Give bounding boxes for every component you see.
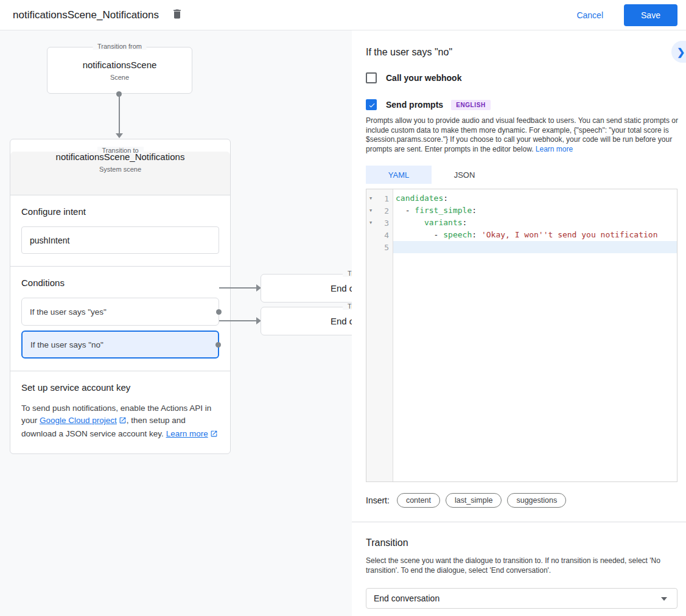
end-conversation-node-yes[interactable]: Transition to End conversation	[261, 274, 352, 303]
yaml-punct: :	[472, 230, 481, 239]
end-node-label: Transition to	[343, 303, 352, 310]
intent-item[interactable]: pushIntent	[21, 226, 219, 254]
conditions-heading: Conditions	[21, 278, 219, 288]
yaml-key: first_simple	[415, 206, 472, 215]
end-node-name: End conversation	[331, 316, 352, 326]
chevron-right-icon: ❯	[677, 47, 685, 57]
service-account-section: Set up service account key To send push …	[10, 371, 230, 453]
condition-item-no[interactable]: If the user says "no"	[21, 331, 219, 359]
yaml-punct: :	[463, 218, 467, 227]
yaml-punct	[396, 218, 424, 227]
end-node-label: Transition to	[343, 270, 352, 277]
send-prompts-checkbox[interactable]	[366, 99, 377, 110]
send-prompts-label: Send prompts	[386, 100, 443, 110]
service-account-heading: Set up service account key	[21, 382, 219, 393]
insert-row: Insert: content last_simple suggestions	[366, 493, 572, 508]
trash-icon	[171, 13, 183, 22]
prompts-description: Prompts allow you to provide audio and v…	[366, 116, 680, 154]
condition-yes-label: If the user says "yes"	[30, 307, 107, 317]
learn-more-link[interactable]: Learn more	[536, 145, 573, 153]
page-title: notificationsScene_Notifications	[13, 9, 159, 21]
transition-heading: Transition	[366, 537, 408, 548]
conditions-section: Conditions If the user says "yes" If the…	[10, 266, 230, 371]
code-line-5-cursor	[393, 241, 677, 253]
editor-format-tabs: YAML JSON	[366, 166, 497, 184]
editor-code-area[interactable]: candidates: - first_simple: variants: - …	[393, 189, 677, 481]
prompts-description-text: Prompts allow you to provide audio and v…	[366, 116, 678, 153]
yaml-punct: -	[396, 206, 415, 215]
tab-yaml[interactable]: YAML	[366, 166, 432, 184]
transition-to-node[interactable]: Transition to notificationsScene_Notific…	[10, 152, 230, 195]
fold-arrow-icon[interactable]: ▼	[366, 220, 375, 225]
transition-description: Select the scene you want the dialogue t…	[366, 556, 680, 575]
condition-item-yes[interactable]: If the user says "yes"	[21, 298, 219, 326]
scene-flow-canvas[interactable]: Transition from notificationsScene Scene…	[0, 30, 352, 616]
dropdown-caret-icon	[661, 597, 667, 601]
edge-yes-line	[219, 287, 257, 289]
fold-arrow-icon[interactable]: ▼	[366, 208, 375, 213]
yaml-string: 'Okay, I won''t send you notification	[481, 230, 658, 239]
insert-label: Insert:	[366, 495, 390, 505]
webhook-row: Call your webhook	[366, 72, 461, 83]
collapse-panel-button[interactable]: ❯	[671, 41, 686, 63]
transition-from-label: Transition from	[93, 43, 147, 50]
from-scene-name: notificationsScene	[47, 60, 192, 70]
insert-chip-content[interactable]: content	[397, 493, 440, 508]
from-scene-type: Scene	[47, 74, 192, 81]
condition-yes-port	[216, 309, 222, 315]
code-line-2: - first_simple:	[393, 205, 677, 217]
fold-arrow-icon[interactable]: ▼	[366, 196, 375, 201]
delete-scene-button[interactable]	[170, 8, 184, 23]
transition-selected-value: End conversation	[374, 593, 439, 603]
learn-more-link[interactable]: Learn more	[166, 429, 208, 438]
send-prompts-row: Send prompts ENGLISH	[366, 99, 491, 110]
condition-detail-panel: If the user says "no" ❯ Call your webhoo…	[352, 30, 686, 616]
top-bar: notificationsScene_Notifications Cancel …	[0, 0, 686, 30]
yaml-key: speech	[443, 230, 472, 239]
insert-chip-last-simple[interactable]: last_simple	[446, 493, 502, 508]
google-cloud-project-link[interactable]: Google Cloud project	[40, 416, 117, 425]
code-line-3: variants:	[393, 217, 677, 229]
code-line-1: candidates:	[393, 192, 677, 205]
configure-intent-section: Configure intent pushIntent	[10, 195, 230, 266]
save-button[interactable]: Save	[624, 4, 677, 26]
yaml-key: candidates	[396, 194, 443, 203]
connector-arrowhead	[116, 133, 123, 138]
editor-gutter: ▼1 ▼2 ▼3 4 5	[366, 189, 393, 481]
webhook-checkbox[interactable]	[366, 72, 377, 83]
code-line-4: - speech: 'Okay, I won''t send you notif…	[393, 229, 677, 241]
end-node-name: End conversation	[331, 283, 352, 293]
condition-no-port	[215, 342, 221, 348]
line-number: 4	[375, 231, 393, 240]
line-number: 3	[375, 219, 393, 228]
condition-no-label: If the user says "no"	[30, 340, 103, 349]
prompt-code-editor[interactable]: ▼1 ▼2 ▼3 4 5 candidates: - first_simple:…	[366, 189, 677, 482]
line-number: 1	[375, 194, 393, 203]
connector-line	[119, 94, 120, 134]
line-number: 2	[375, 206, 393, 215]
language-badge: ENGLISH	[451, 100, 491, 110]
cancel-button[interactable]: Cancel	[576, 10, 603, 20]
service-account-text: To send push notifications, enable the A…	[21, 402, 221, 441]
insert-chip-suggestions[interactable]: suggestions	[507, 493, 566, 508]
yaml-punct: -	[396, 230, 443, 239]
yaml-punct: :	[472, 206, 477, 215]
webhook-label: Call your webhook	[386, 73, 461, 83]
yaml-key: variants	[424, 218, 463, 227]
external-link-icon	[210, 429, 218, 441]
tab-json[interactable]: JSON	[432, 166, 497, 184]
external-link-icon	[119, 416, 127, 428]
end-conversation-node-no[interactable]: Transition to End conversation	[261, 307, 352, 335]
edge-no-line	[219, 320, 257, 321]
scene-type: System scene	[10, 166, 230, 173]
section-divider	[352, 522, 686, 522]
line-number: 5	[375, 243, 393, 252]
transition-to-label: Transition to	[97, 147, 143, 154]
scene-card: Transition to notificationsScene_Notific…	[10, 139, 231, 454]
yaml-punct: :	[443, 194, 448, 203]
panel-title: If the user says "no"	[366, 47, 452, 58]
configure-intent-heading: Configure intent	[21, 206, 219, 217]
transition-select[interactable]: End conversation	[366, 588, 677, 609]
transition-from-node[interactable]: Transition from notificationsScene Scene	[47, 47, 192, 94]
